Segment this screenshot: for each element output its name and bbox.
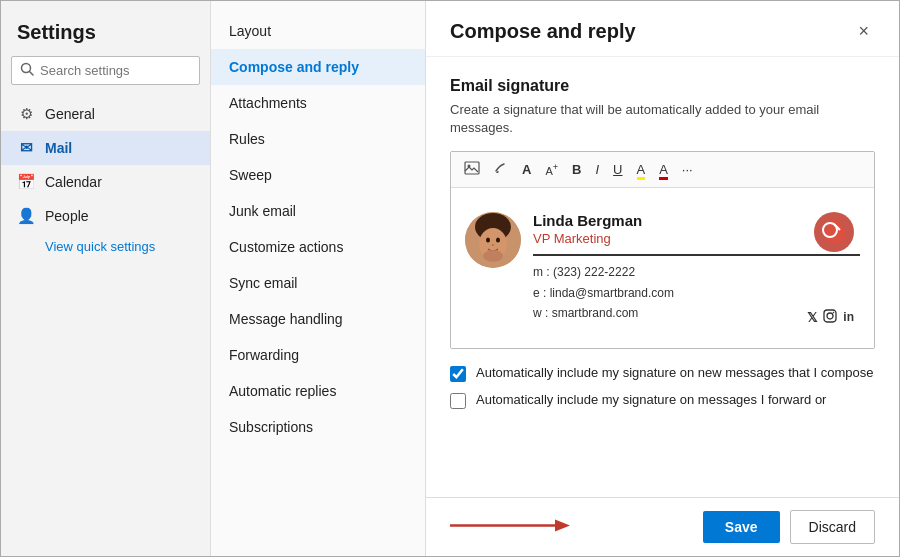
font-size-up-button[interactable]: A+	[540, 159, 563, 181]
sidebar-label-people: People	[45, 208, 89, 224]
social-icons: 𝕏 in	[807, 309, 854, 326]
middle-item-junk[interactable]: Junk email	[211, 193, 425, 229]
editor-toolbar: A A+ B I U A A ···	[451, 152, 874, 188]
svg-line-1	[30, 72, 34, 76]
sidebar-label-calendar: Calendar	[45, 174, 102, 190]
search-input[interactable]	[40, 63, 191, 78]
underline-button[interactable]: U	[608, 159, 627, 180]
signature-avatar	[465, 212, 521, 268]
people-icon: 👤	[17, 207, 35, 225]
search-box[interactable]	[11, 56, 200, 85]
mail-icon: ✉	[17, 139, 35, 157]
view-quick-settings[interactable]: View quick settings	[1, 233, 210, 260]
save-button[interactable]: Save	[703, 511, 780, 543]
sidebar-item-calendar[interactable]: 📅 Calendar	[1, 165, 210, 199]
signature-divider	[533, 254, 860, 256]
highlight-label: A	[637, 162, 646, 180]
app-container: Settings ⚙ General ✉ Mail 📅 Calendar 👤 P…	[0, 0, 900, 557]
sidebar: Settings ⚙ General ✉ Mail 📅 Calendar 👤 P…	[1, 1, 211, 556]
checkbox-forward-label: Automatically include my signature on me…	[476, 392, 826, 407]
sidebar-item-general[interactable]: ⚙ General	[1, 97, 210, 131]
checkbox-forward: Automatically include my signature on me…	[450, 392, 875, 409]
app-title: Settings	[1, 17, 210, 56]
sidebar-label-mail: Mail	[45, 140, 72, 156]
more-formatting-button[interactable]: ···	[677, 159, 698, 180]
sidebar-item-mail[interactable]: ✉ Mail	[1, 131, 210, 165]
checkbox-new-messages: Automatically include my signature on ne…	[450, 365, 875, 382]
middle-item-layout[interactable]: Layout	[211, 13, 425, 49]
signature-phone: m : (323) 222-2222	[533, 262, 860, 282]
middle-item-message-handling[interactable]: Message handling	[211, 301, 425, 337]
middle-item-attachments[interactable]: Attachments	[211, 85, 425, 121]
section-title: Email signature	[450, 77, 875, 95]
sidebar-item-people[interactable]: 👤 People	[1, 199, 210, 233]
save-arrow-indicator	[450, 514, 570, 541]
signature-job-title: VP Marketing	[533, 231, 860, 246]
font-color-label: A	[659, 162, 668, 180]
close-button[interactable]: ×	[852, 19, 875, 44]
search-icon	[20, 62, 34, 79]
panel-title: Compose and reply	[450, 20, 636, 43]
panel-body: Email signature Create a signature that …	[426, 57, 899, 497]
highlight-button[interactable]: A	[632, 159, 651, 180]
linkedin-icon: in	[843, 310, 854, 324]
font-color-button[interactable]: A	[654, 159, 673, 180]
svg-rect-13	[824, 310, 836, 322]
editor-body[interactable]: Linda Bergman VP Marketing m : (323) 222…	[451, 188, 874, 347]
svg-marker-17	[555, 520, 570, 532]
instagram-icon	[823, 309, 837, 326]
checkbox-forward-input[interactable]	[450, 393, 466, 409]
signature-card: Linda Bergman VP Marketing m : (323) 222…	[465, 202, 860, 333]
middle-item-customize[interactable]: Customize actions	[211, 229, 425, 265]
middle-item-rules[interactable]: Rules	[211, 121, 425, 157]
checkbox-new-messages-input[interactable]	[450, 366, 466, 382]
signature-editor: A A+ B I U A A ···	[450, 151, 875, 348]
gear-icon: ⚙	[17, 105, 35, 123]
sidebar-label-general: General	[45, 106, 95, 122]
twitter-icon: 𝕏	[807, 310, 817, 325]
section-description: Create a signature that will be automati…	[450, 101, 875, 137]
svg-point-14	[827, 313, 833, 319]
svg-point-10	[483, 250, 503, 262]
bold-button[interactable]: B	[567, 159, 586, 180]
signature-email: e : linda@smartbrand.com	[533, 283, 860, 303]
middle-item-forwarding[interactable]: Forwarding	[211, 337, 425, 373]
middle-panel: Layout Compose and reply Attachments Rul…	[211, 1, 426, 556]
signature-name: Linda Bergman	[533, 212, 860, 229]
font-size-button[interactable]: A	[517, 159, 536, 180]
panel-footer: Save Discard	[426, 497, 899, 556]
font-size-label: A	[522, 162, 531, 177]
svg-point-8	[496, 238, 500, 243]
middle-item-subscriptions[interactable]: Subscriptions	[211, 409, 425, 445]
svg-point-15	[833, 311, 835, 313]
font-size-up-label: A+	[545, 165, 558, 177]
svg-rect-2	[465, 162, 479, 174]
italic-button[interactable]: I	[590, 159, 604, 180]
signature-info: Linda Bergman VP Marketing m : (323) 222…	[533, 212, 860, 323]
svg-point-9	[492, 244, 495, 246]
checkbox-new-messages-label: Automatically include my signature on ne…	[476, 365, 873, 380]
discard-button[interactable]: Discard	[790, 510, 875, 544]
middle-item-sync[interactable]: Sync email	[211, 265, 425, 301]
svg-point-7	[486, 238, 490, 243]
middle-item-compose[interactable]: Compose and reply	[211, 49, 425, 85]
middle-item-sweep[interactable]: Sweep	[211, 157, 425, 193]
image-button[interactable]	[459, 158, 485, 181]
panel-header: Compose and reply ×	[426, 1, 899, 57]
brush-button[interactable]	[489, 158, 513, 181]
middle-item-auto-replies[interactable]: Automatic replies	[211, 373, 425, 409]
main-panel: Compose and reply × Email signature Crea…	[426, 1, 899, 556]
calendar-icon: 📅	[17, 173, 35, 191]
company-logo	[812, 210, 856, 257]
